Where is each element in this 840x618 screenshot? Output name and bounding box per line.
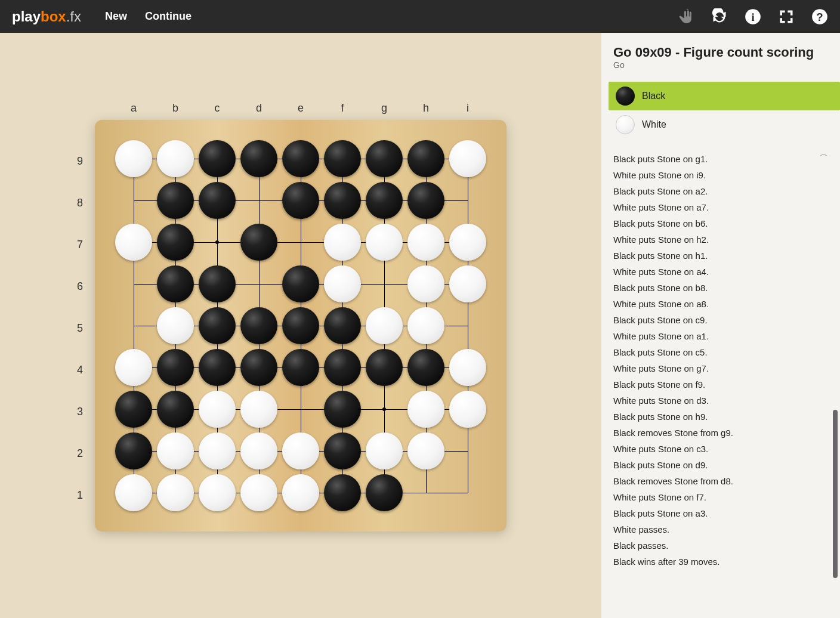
black-stone[interactable] bbox=[240, 349, 277, 386]
row-labels: 987654321 bbox=[77, 141, 83, 517]
scrollbar-thumb[interactable] bbox=[833, 410, 838, 578]
black-stone[interactable] bbox=[407, 140, 444, 177]
chevron-up-icon[interactable]: ︿ bbox=[820, 149, 828, 159]
black-stone[interactable] bbox=[157, 349, 194, 386]
white-stone[interactable] bbox=[449, 224, 486, 261]
player-black-label: Black bbox=[642, 91, 665, 101]
black-stone[interactable] bbox=[366, 182, 403, 219]
white-stone[interactable] bbox=[324, 265, 361, 302]
move-entry: White puts Stone on a8. bbox=[613, 296, 840, 312]
row-label: 8 bbox=[77, 183, 83, 224]
black-stone[interactable] bbox=[199, 182, 236, 219]
black-stone[interactable] bbox=[115, 391, 152, 428]
black-stone[interactable] bbox=[324, 307, 361, 344]
black-stone[interactable] bbox=[240, 307, 277, 344]
move-entry: Black puts Stone on h1. bbox=[613, 248, 840, 264]
white-stone[interactable] bbox=[199, 391, 236, 428]
move-entry: White puts Stone on a4. bbox=[613, 264, 840, 280]
black-stone[interactable] bbox=[407, 182, 444, 219]
black-stone[interactable] bbox=[157, 391, 194, 428]
black-stone[interactable] bbox=[157, 265, 194, 302]
white-stone[interactable] bbox=[366, 307, 403, 344]
white-stone[interactable] bbox=[240, 474, 277, 511]
go-board[interactable] bbox=[95, 120, 507, 532]
col-labels: abcdefghi bbox=[113, 102, 489, 115]
white-stone[interactable] bbox=[199, 432, 236, 469]
white-stone[interactable] bbox=[240, 432, 277, 469]
white-stone[interactable] bbox=[449, 140, 486, 177]
black-stone[interactable] bbox=[240, 140, 277, 177]
white-stone[interactable] bbox=[199, 474, 236, 511]
black-stone[interactable] bbox=[157, 182, 194, 219]
black-stone[interactable] bbox=[366, 349, 403, 386]
black-stone[interactable] bbox=[282, 265, 319, 302]
white-stone[interactable] bbox=[240, 391, 277, 428]
white-stone[interactable] bbox=[115, 140, 152, 177]
refresh-icon[interactable] bbox=[711, 8, 728, 25]
fullscreen-icon[interactable] bbox=[778, 8, 795, 25]
black-stone[interactable] bbox=[324, 432, 361, 469]
white-stone[interactable] bbox=[157, 432, 194, 469]
white-stone[interactable] bbox=[157, 140, 194, 177]
white-stone[interactable] bbox=[157, 474, 194, 511]
white-stone[interactable] bbox=[449, 265, 486, 302]
black-stone[interactable] bbox=[366, 140, 403, 177]
row-label: 6 bbox=[77, 266, 83, 308]
white-stone[interactable] bbox=[407, 432, 444, 469]
col-label: d bbox=[238, 102, 280, 115]
logo-part-play: play bbox=[12, 8, 41, 24]
black-stone[interactable] bbox=[115, 432, 152, 469]
white-stone[interactable] bbox=[157, 307, 194, 344]
white-stone[interactable] bbox=[407, 224, 444, 261]
black-stone[interactable] bbox=[366, 474, 403, 511]
white-stone[interactable] bbox=[449, 349, 486, 386]
player-white[interactable]: White bbox=[609, 110, 840, 139]
black-stone[interactable] bbox=[324, 349, 361, 386]
move-entry: White puts Stone on d3. bbox=[613, 393, 840, 409]
white-stone[interactable] bbox=[407, 391, 444, 428]
info-icon[interactable]: i bbox=[745, 8, 761, 25]
black-stone[interactable] bbox=[282, 349, 319, 386]
white-stone[interactable] bbox=[115, 474, 152, 511]
white-stone[interactable] bbox=[115, 224, 152, 261]
black-stone[interactable] bbox=[199, 140, 236, 177]
black-stone[interactable] bbox=[240, 224, 277, 261]
move-entry: White passes. bbox=[613, 521, 840, 537]
nav-continue[interactable]: Continue bbox=[145, 10, 192, 23]
nav-new[interactable]: New bbox=[105, 10, 127, 23]
black-stone[interactable] bbox=[282, 182, 319, 219]
col-label: c bbox=[196, 102, 238, 115]
black-stone[interactable] bbox=[282, 140, 319, 177]
black-stone[interactable] bbox=[407, 349, 444, 386]
player-black[interactable]: Black bbox=[609, 82, 840, 110]
col-label: f bbox=[322, 102, 363, 115]
white-stone[interactable] bbox=[407, 307, 444, 344]
white-stone[interactable] bbox=[324, 224, 361, 261]
black-stone[interactable] bbox=[199, 307, 236, 344]
hand-icon[interactable] bbox=[678, 8, 694, 25]
move-entry: White puts Stone on a1. bbox=[613, 328, 840, 344]
white-stone[interactable] bbox=[366, 224, 403, 261]
white-stone[interactable] bbox=[282, 432, 319, 469]
black-stone[interactable] bbox=[199, 349, 236, 386]
black-stone[interactable] bbox=[282, 307, 319, 344]
white-stone[interactable] bbox=[282, 474, 319, 511]
scrollbar[interactable] bbox=[833, 45, 838, 606]
white-stone[interactable] bbox=[449, 391, 486, 428]
white-stone[interactable] bbox=[366, 432, 403, 469]
white-stone[interactable] bbox=[407, 265, 444, 302]
help-icon[interactable]: ? bbox=[811, 8, 828, 25]
black-stone[interactable] bbox=[324, 140, 361, 177]
move-entry: Black puts Stone on b6. bbox=[613, 215, 840, 231]
black-stone[interactable] bbox=[157, 224, 194, 261]
black-stone[interactable] bbox=[199, 265, 236, 302]
move-entry: Black wins after 39 moves. bbox=[613, 554, 840, 570]
white-stone[interactable] bbox=[115, 349, 152, 386]
black-stone[interactable] bbox=[324, 474, 361, 511]
logo[interactable]: playbox.fx bbox=[12, 8, 81, 25]
row-label: 3 bbox=[77, 391, 83, 433]
move-entry: Black puts Stone on b8. bbox=[613, 280, 840, 296]
black-stone[interactable] bbox=[324, 391, 361, 428]
logo-part-fx: .fx bbox=[66, 8, 81, 24]
black-stone[interactable] bbox=[324, 182, 361, 219]
